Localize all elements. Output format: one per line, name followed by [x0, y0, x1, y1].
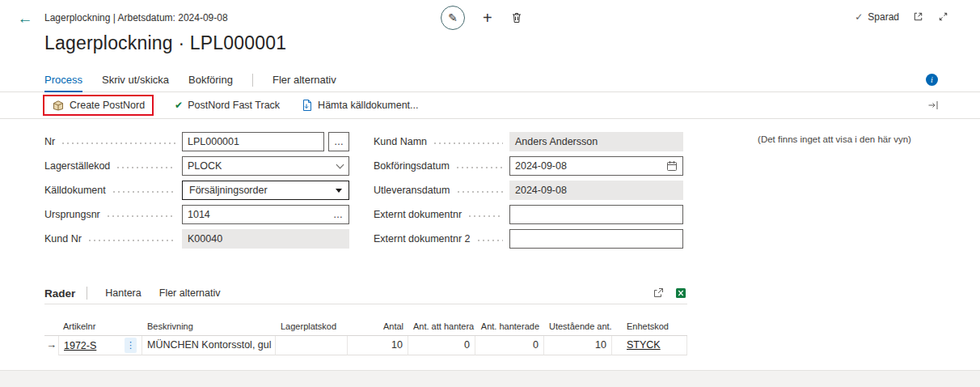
delete-button[interactable] [510, 11, 523, 24]
column-header-ant-hanterade[interactable]: Ant. hanterade [475, 319, 544, 336]
field-externt-dokumentnr: Externt dokumentnr [374, 202, 683, 227]
calendar-icon[interactable] [661, 157, 682, 175]
kalldokument-select[interactable]: Försäljningsorder [182, 181, 349, 200]
kalldokument-label: Källdokument [44, 185, 106, 196]
dot-leader [87, 240, 175, 241]
create-postnord-button[interactable]: Create PostNord [52, 99, 145, 112]
tab-bokforing[interactable]: Bokföring [188, 74, 233, 91]
hantera-menu[interactable]: Hantera [105, 287, 141, 299]
check-icon: ✓ [855, 11, 863, 23]
ursprungsnr-input[interactable] [183, 206, 327, 223]
chevron-down-icon[interactable] [331, 157, 348, 175]
kund-nr-label: Kund Nr [44, 233, 82, 245]
beskrivning-cell[interactable]: MÜNCHEN Kontorsstol, gul [142, 336, 276, 355]
open-in-new-window-button[interactable] [912, 11, 924, 23]
column-header-enhetskod[interactable]: Enhetskod [612, 319, 687, 336]
back-button[interactable]: ← [13, 6, 37, 31]
trash-icon [510, 11, 523, 24]
page-title: Lagerplockning · LPL000001 [44, 32, 286, 54]
dot-leader [116, 167, 175, 168]
lines-part: Rader Hantera Fler alternativ Artikelnr … [44, 283, 687, 355]
nr-lookup-button[interactable]: … [328, 132, 349, 151]
lines-toolbar: Rader Hantera Fler alternativ [44, 283, 687, 304]
page-action-icons: ✎ + [441, 6, 523, 30]
field-lagerstallekod: Lagerställekod [44, 154, 349, 178]
select-arrow-icon [336, 189, 342, 193]
table-row[interactable]: → 1972-S ⋮ MÜNCHEN Kontorsstol, gul 10 0… [44, 336, 687, 355]
enhetskod-cell[interactable]: STYCK [612, 336, 687, 355]
postnord-fast-track-button[interactable]: ✔ PostNord Fast Track [175, 100, 280, 111]
field-kund-namn: Kund Namn Anders Andersson [374, 130, 683, 154]
edit-button[interactable]: ✎ [441, 6, 465, 30]
field-kalldokument: Källdokument Försäljningsorder [44, 178, 349, 202]
column-header-artikelnr[interactable]: Artikelnr [58, 319, 142, 336]
column-header-utestaende-ant[interactable]: Utestående ant. [544, 319, 612, 336]
lines-toolbar-divider [87, 287, 87, 300]
saved-label: Sparad [868, 11, 899, 23]
tab-skriv-ut-skicka[interactable]: Skriv ut/skicka [102, 74, 169, 91]
create-postnord-highlight: Create PostNord [43, 95, 154, 116]
kund-namn-value: Anders Andersson [509, 132, 683, 151]
enhetskod-link[interactable]: STYCK [627, 339, 661, 351]
hamta-kalldokument-label: Hämta källdokument... [318, 100, 418, 111]
column-header-beskrivning[interactable]: Beskrivning [142, 319, 276, 336]
artikelnr-cell[interactable]: 1972-S ⋮ [58, 336, 142, 355]
active-row-arrow-icon: → [44, 336, 58, 355]
new-button[interactable]: + [483, 6, 492, 30]
kund-namn-label: Kund Namn [374, 136, 427, 147]
pin-icon[interactable] [927, 99, 940, 112]
tab-process[interactable]: Process [44, 74, 82, 92]
bokforingsdatum-input[interactable] [510, 157, 661, 175]
checkmark-icon: ✔ [175, 100, 183, 111]
factbox-empty-message: (Det finns inget att visa i den här vyn) [737, 134, 931, 144]
dot-leader [476, 240, 503, 241]
externt-dokumentnr-2-input[interactable] [509, 229, 683, 249]
menu-divider [252, 74, 253, 87]
artikelnr-link[interactable]: 1972-S [64, 337, 96, 355]
popout-icon [912, 11, 924, 23]
ant-hanterade-cell[interactable]: 0 [475, 336, 544, 355]
info-icon[interactable]: i [926, 74, 938, 86]
get-source-document-icon [301, 99, 313, 112]
field-externt-dokumentnr-2: Externt dokumentnr 2 [374, 227, 683, 251]
kund-nr-value: K00040 [182, 229, 349, 249]
hamta-kalldokument-button[interactable]: Hämta källdokument... [301, 99, 418, 112]
page-bottom-strip [0, 370, 980, 387]
utestaende-ant-cell[interactable]: 10 [544, 336, 612, 355]
focus-mode-button[interactable] [937, 11, 949, 23]
fler-alternativ-menu[interactable]: Fler alternativ [159, 287, 221, 299]
field-ursprungsnr: Ursprungsnr … [44, 202, 349, 227]
column-header-antal[interactable]: Antal [348, 319, 408, 336]
action-bar: Create PostNord ✔ PostNord Fast Track Hä… [0, 92, 980, 119]
window-controls: ✓ Sparad [855, 11, 949, 23]
dot-leader [433, 142, 503, 144]
page: ← Lagerplockning | Arbetsdatum: 2024-09-… [0, 0, 980, 387]
column-header-lagerplatskod[interactable]: Lagerplatskod [276, 319, 348, 336]
form-left-column: Nr … Lagerställekod Källdokument För [44, 130, 349, 251]
field-kund-nr: Kund Nr K00040 [44, 227, 349, 251]
lagerplatskod-cell[interactable] [276, 336, 348, 355]
kalldokument-value: Försäljningsorder [189, 185, 268, 196]
column-header-ant-att-hantera[interactable]: Ant. att hantera [408, 319, 475, 336]
nr-label: Nr [44, 136, 55, 147]
externt-dokumentnr-label: Externt dokumentnr [374, 209, 462, 220]
row-kebab-menu-icon[interactable]: ⋮ [125, 338, 137, 353]
dot-leader [106, 215, 175, 217]
excel-icon[interactable] [674, 287, 687, 300]
share-icon[interactable] [652, 287, 665, 300]
ursprungsnr-label: Ursprungsnr [44, 209, 100, 220]
collapse-arrows-icon [937, 11, 949, 23]
row-indicator-header [44, 319, 58, 336]
field-bokforingsdatum: Bokföringsdatum [374, 154, 683, 178]
antal-cell[interactable]: 10 [348, 336, 408, 355]
menu-bar: Process Skriv ut/skicka Bokföring Fler a… [0, 70, 980, 92]
nr-input[interactable] [182, 132, 324, 151]
tab-fler-alternativ[interactable]: Fler alternativ [272, 74, 336, 91]
lagerstallekod-input[interactable] [183, 157, 331, 175]
form-right-column: Kund Namn Anders Andersson Bokföringsdat… [374, 130, 683, 251]
utleveransdatum-label: Utleveransdatum [374, 185, 450, 196]
ursprungsnr-lookup-button[interactable]: … [327, 209, 348, 220]
ant-att-hantera-cell[interactable]: 0 [408, 336, 475, 355]
dot-leader [455, 167, 503, 168]
externt-dokumentnr-input[interactable] [509, 205, 683, 224]
